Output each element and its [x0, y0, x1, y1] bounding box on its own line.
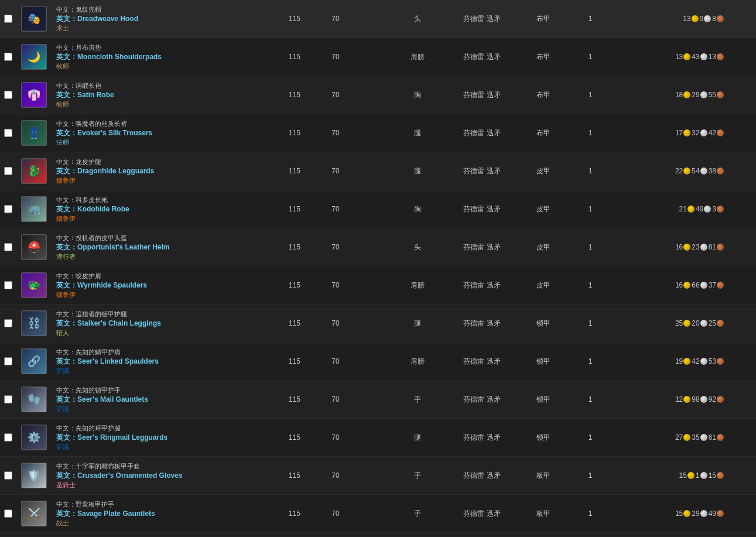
item-count: 1 [567, 167, 614, 175]
cost-gold-value: 22 [675, 167, 683, 175]
item-zh-name: 中文：十字军的雕饰板甲手套 [56, 462, 269, 471]
silver-coin-icon [700, 129, 707, 136]
item-en-name[interactable]: 英文：Stalker's Chain Leggings [56, 319, 269, 329]
row-checkbox[interactable] [4, 357, 12, 365]
cost-silver-group: 9 [700, 15, 711, 23]
item-icon-col: ⚔️ [16, 501, 52, 526]
copper-coin-icon [717, 53, 724, 60]
cost-silver-group: 20 [692, 319, 707, 327]
item-slot: 肩膀 [391, 357, 444, 367]
item-req-level: 70 [315, 471, 356, 480]
item-level: 115 [274, 205, 315, 213]
item-en-name[interactable]: 英文：Opportunist's Leather Helm [56, 242, 269, 252]
cost-silver-group: 35 [692, 433, 707, 442]
cost-gold-value: 15 [675, 509, 683, 518]
item-count: 1 [567, 243, 614, 251]
item-name-col: 中文：绸缎长袍 英文：Satin Robe 牧师 [52, 79, 274, 111]
item-req-level: 70 [315, 15, 356, 23]
item-armor-type: 锁甲 [520, 319, 567, 329]
cost-gold-value: 25 [675, 319, 683, 327]
cost-copper-value: 25 [709, 319, 716, 327]
item-source: 芬德雷 迅矛 [444, 471, 520, 481]
row-checkbox-col [0, 243, 16, 251]
item-source: 芬德雷 迅矛 [444, 128, 520, 138]
item-en-name[interactable]: 英文：Dreadweave Hood [56, 14, 269, 24]
item-count: 1 [567, 205, 614, 213]
row-checkbox-col [0, 281, 16, 289]
item-icon: ⛑️ [21, 234, 47, 260]
row-checkbox[interactable] [4, 15, 12, 23]
icon-inner: ⚙️ [22, 425, 46, 450]
item-en-name[interactable]: 英文：Crusader's Ornamented Gloves [56, 471, 269, 481]
item-en-name[interactable]: 英文：Savage Plate Gauntlets [56, 509, 269, 519]
cost-gold-value: 19 [675, 357, 683, 365]
icon-inner: 🦏 [22, 197, 46, 221]
item-cost: 18 29 55 [614, 91, 731, 99]
item-class: 猎人 [56, 329, 269, 337]
cost-gold-group: 12 [675, 395, 690, 403]
item-level: 115 [274, 129, 315, 137]
item-en-name[interactable]: 英文：Satin Robe [56, 90, 269, 100]
row-checkbox[interactable] [4, 53, 12, 61]
item-source: 芬德雷 迅矛 [444, 357, 520, 367]
item-count: 1 [567, 15, 614, 23]
item-en-name[interactable]: 英文：Seer's Linked Spaulders [56, 357, 269, 367]
cost-copper-value: 38 [709, 167, 716, 175]
item-slot: 头 [391, 14, 444, 24]
cost-silver-value: 49 [696, 205, 703, 213]
icon-inner: 🛡️ [22, 463, 46, 488]
silver-coin-icon [700, 53, 707, 60]
item-cost: 16 23 81 [614, 243, 731, 251]
gold-coin-icon [692, 15, 699, 22]
item-en-name[interactable]: 英文：Kodohide Robe [56, 204, 269, 214]
item-icon-col: 🛡️ [16, 463, 52, 488]
row-checkbox[interactable] [4, 281, 12, 289]
item-count: 1 [567, 53, 614, 61]
item-zh-name: 中文：野蛮板甲护手 [56, 500, 269, 509]
gold-coin-icon [687, 206, 695, 213]
cost-copper-group: 61 [709, 433, 724, 442]
gold-coin-icon [683, 396, 690, 403]
item-count: 1 [567, 319, 614, 327]
row-checkbox[interactable] [4, 243, 12, 251]
gold-coin-icon [683, 510, 690, 517]
row-checkbox[interactable] [4, 395, 12, 403]
row-checkbox[interactable] [4, 129, 12, 137]
row-checkbox[interactable] [4, 471, 12, 480]
row-checkbox[interactable] [4, 167, 12, 175]
row-checkbox[interactable] [4, 433, 12, 442]
item-en-name[interactable]: 英文：Evoker's Silk Trousers [56, 128, 269, 138]
item-slot: 腿 [391, 319, 444, 329]
cost-copper-group: 49 [709, 509, 724, 518]
item-zh-name: 中文：龙皮护腿 [56, 158, 269, 166]
item-req-level: 70 [315, 509, 356, 518]
item-level: 115 [274, 53, 315, 61]
item-en-name[interactable]: 英文：Mooncloth Shoulderpads [56, 52, 269, 62]
table-row: 👘 中文：绸缎长袍 英文：Satin Robe 牧师 115 70 胸 芬德雷 … [0, 76, 756, 114]
item-zh-name: 中文：鬼纹兜帽 [56, 5, 269, 14]
row-checkbox[interactable] [4, 319, 12, 327]
table-row: 🧤 中文：先知的锁甲护手 英文：Seer's Mail Gauntlets 萨满… [0, 381, 756, 419]
item-name-col: 中文：投机者的皮甲头盔 英文：Opportunist's Leather Hel… [52, 231, 274, 264]
item-name-col: 中文：月布肩垫 英文：Mooncloth Shoulderpads 牧师 [52, 41, 274, 73]
cost-gold-group: 15 [679, 471, 695, 480]
row-checkbox[interactable] [4, 509, 12, 518]
row-checkbox[interactable] [4, 205, 12, 213]
item-en-name[interactable]: 英文：Wyrmhide Spaulders [56, 281, 269, 290]
cost-gold-group: 27 [675, 433, 690, 442]
item-class: 萨满 [56, 367, 269, 375]
table-row: 👖 中文：唤魔者的丝质长裤 英文：Evoker's Silk Trousers … [0, 114, 756, 152]
item-cost: 16 66 37 [614, 281, 731, 289]
item-en-name[interactable]: 英文：Seer's Ringmail Legguards [56, 433, 269, 443]
gold-coin-icon [683, 320, 690, 327]
cost-copper-group: 25 [709, 319, 724, 327]
item-en-name[interactable]: 英文：Seer's Mail Gauntlets [56, 395, 269, 405]
item-level: 115 [274, 319, 315, 327]
item-en-name[interactable]: 英文：Dragonhide Legguards [56, 166, 269, 176]
item-source: 芬德雷 迅矛 [444, 14, 520, 24]
table-row: 🐉 中文：龙皮护腿 英文：Dragonhide Legguards 德鲁伊 11… [0, 152, 756, 190]
item-cost: 15 29 49 [614, 509, 731, 518]
row-checkbox[interactable] [4, 91, 12, 99]
row-checkbox-col [0, 319, 16, 327]
silver-coin-icon [700, 91, 707, 98]
